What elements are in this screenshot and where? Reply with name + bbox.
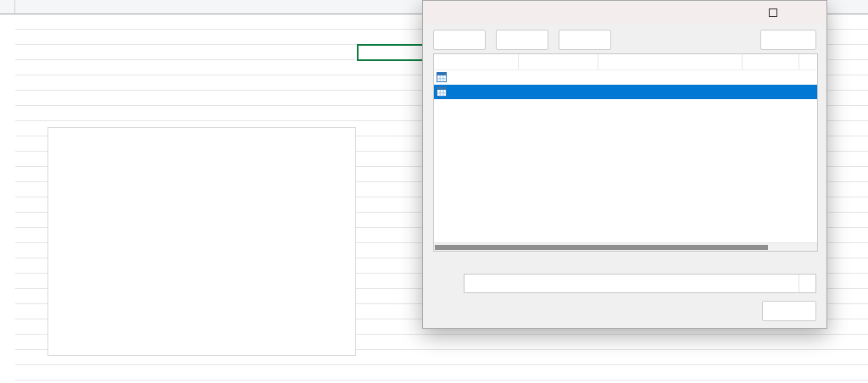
list-header (434, 54, 817, 70)
select-all-corner[interactable] (0, 0, 15, 14)
value-cell (519, 70, 598, 85)
name-row-years[interactable] (434, 85, 817, 99)
refers-to-input[interactable] (464, 274, 816, 293)
array-name-icon (437, 86, 447, 97)
new-button[interactable] (433, 30, 486, 50)
column-header-value[interactable] (519, 54, 598, 70)
close-window-button[interactable] (791, 1, 826, 25)
excel-window (0, 0, 868, 383)
maximize-button[interactable] (755, 1, 791, 25)
column-header-scope[interactable] (743, 54, 799, 70)
names-list (433, 53, 818, 252)
name-row-pvs[interactable] (434, 70, 817, 85)
scrollbar-thumb[interactable] (435, 245, 768, 250)
scope-cell (743, 70, 799, 85)
column-header-name[interactable] (434, 54, 519, 70)
value-cell (519, 85, 598, 99)
filter-button[interactable] (760, 30, 816, 50)
name-manager-dialog (422, 0, 827, 329)
horizontal-scrollbar[interactable] (434, 242, 817, 251)
refers-cell (598, 85, 743, 99)
collapse-dialog-button[interactable] (798, 275, 815, 292)
cancel-edit-button[interactable] (433, 277, 447, 291)
refers-cell (598, 70, 743, 85)
delete-button[interactable] (559, 30, 611, 50)
edit-button[interactable] (496, 30, 548, 50)
dialog-titlebar[interactable] (423, 1, 826, 25)
name-cell (450, 85, 519, 99)
maximize-icon (769, 8, 777, 17)
column-header-comment[interactable] (799, 54, 818, 70)
scope-cell (743, 85, 799, 99)
embedded-chart[interactable] (47, 127, 356, 356)
confirm-edit-button[interactable] (448, 277, 462, 291)
column-header-refers-to[interactable] (598, 54, 743, 70)
name-cell (450, 70, 519, 85)
close-dialog-button[interactable] (762, 301, 816, 321)
array-name-icon (437, 72, 447, 82)
